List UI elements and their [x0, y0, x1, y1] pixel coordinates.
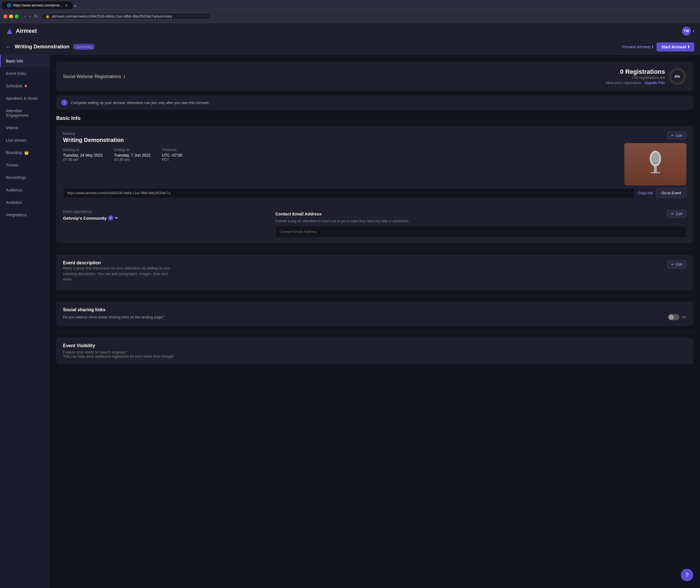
sidebar-label-schedule: Schedule: [6, 84, 22, 88]
registrations-extra-row: Allow extra registrations Upgrade Plan: [605, 81, 665, 85]
airmeet-logo-icon: [6, 27, 14, 35]
event-description-card: Event description Make a great first imp…: [56, 255, 693, 290]
back-button[interactable]: ‹: [23, 13, 27, 19]
event-visibility-question: Feature your event on search engines?: [63, 350, 686, 354]
preview-airmeet-button[interactable]: Preview Airmeet ℹ: [622, 45, 653, 49]
forward-button[interactable]: ›: [28, 13, 32, 19]
edit-contact-button[interactable]: ✏ Edit: [667, 210, 686, 218]
event-visibility-section: Event Visibility Feature your event on s…: [56, 338, 693, 364]
browser-chrome: ‹ › ↻ 🔒 airmeet.com/airmeets/c6842530-db…: [0, 10, 700, 23]
registration-progress-circle: 0%: [668, 67, 686, 85]
tab-bar: 🌐 https://www.airmeet.com/airme... ✕ +: [0, 0, 700, 10]
sidebar-item-live-stream[interactable]: Live stream: [0, 134, 49, 146]
sidebar-item-basic-info[interactable]: Basic info: [0, 55, 49, 67]
sidebar-item-schedule[interactable]: Schedule: [0, 80, 49, 92]
sidebar-label-tickets: Tickets: [6, 163, 18, 167]
starting-date-col: Starting on Tuesday, 24 May 2022 07:30 a…: [63, 148, 103, 162]
start-info-icon: ℹ: [688, 45, 689, 49]
progress-percentage: 0%: [675, 74, 680, 79]
start-airmeet-button[interactable]: Start Airmeet ℹ: [656, 42, 694, 51]
sidebar-item-tickets[interactable]: Tickets: [0, 159, 49, 171]
social-sharing-toggle[interactable]: [668, 314, 679, 320]
social-webinar-label: Social Webinar Registrations ℹ: [63, 74, 125, 79]
crown-icon: 👑: [24, 150, 29, 155]
starting-date-value: Tuesday, 24 May 2022: [63, 153, 103, 157]
sidebar-label-videos: Videos: [6, 125, 18, 130]
event-link-row: https://www.airmeet.com/e/c6842530-db6d-…: [63, 188, 686, 198]
sidebar: Basic info Event Entry Schedule Speakers…: [0, 55, 49, 588]
registrations-left-count: 100 registrations left: [605, 75, 665, 80]
reload-button[interactable]: ↻: [33, 13, 39, 19]
event-info: Meetup Writing Demonstration Starting on…: [63, 131, 619, 166]
upgrade-plan-link[interactable]: Upgrade Plan: [644, 81, 665, 85]
help-button[interactable]: ?: [681, 569, 693, 581]
event-description-subtitle: Make a great first impression for your a…: [63, 265, 176, 282]
nav-arrows: ‹ › ↻: [23, 13, 39, 19]
event-name-display: Writing Demonstration: [63, 137, 619, 143]
starting-time-value: 07:30 am: [63, 157, 103, 162]
sidebar-item-audience[interactable]: Audience: [0, 184, 49, 196]
contact-section: Contact Email Address ✏ Edit Provide a w…: [275, 210, 686, 237]
sidebar-item-analytics[interactable]: Analytics: [0, 196, 49, 209]
ending-date-col: Ending on Tuesday, 7 Jun 2022 07:30 am: [114, 148, 151, 162]
info-icon: ℹ: [652, 45, 653, 49]
microphone-icon: [645, 150, 665, 178]
tab-close-icon[interactable]: ✕: [65, 3, 68, 8]
contact-description: Provide a way for attendees to reach out…: [275, 219, 686, 223]
sidebar-item-videos[interactable]: Videos: [0, 121, 49, 134]
back-button[interactable]: ←: [6, 44, 11, 50]
info-banner-text: Complete setting up your airmeet. Attend…: [71, 101, 210, 105]
new-tab-button[interactable]: +: [74, 3, 77, 9]
sidebar-item-attendee-engagement[interactable]: Attendee Engagement: [0, 105, 49, 121]
svg-rect-13: [651, 172, 660, 173]
social-sharing-title: Social sharing links: [63, 307, 686, 313]
sidebar-item-recordings[interactable]: Recordings: [0, 171, 49, 184]
sidebar-label-attendee-engagement: Attendee Engagement: [6, 108, 44, 118]
basic-info-section-title: Basic Info: [56, 115, 693, 121]
edit-description-button[interactable]: ✏ Edit: [667, 260, 686, 268]
app-container: Airmeet TW ▾ ← Writing Demonstration Upc…: [0, 23, 700, 588]
basic-info-card: Meetup Writing Demonstration Starting on…: [56, 126, 693, 243]
tab-title: https://www.airmeet.com/airme...: [13, 3, 62, 7]
organizer-name: Getvoip's Community ✓ ✏: [63, 215, 269, 220]
organizer-section: Event organized by Getvoip's Community ✓…: [63, 210, 269, 237]
contact-email-title: Contact Email Address: [275, 211, 322, 216]
edit-basic-info-button[interactable]: ✏ Edit: [667, 131, 686, 140]
info-circle-icon: i: [61, 99, 68, 106]
desc-left: Event description Make a great first imp…: [63, 260, 176, 282]
sidebar-label-integrations: Integrations: [6, 212, 27, 217]
logo-text: Airmeet: [16, 28, 37, 34]
event-visibility-title: Event Visibility: [63, 343, 686, 348]
section-divider-3: [56, 332, 693, 332]
edit-organizer-icon[interactable]: ✏: [115, 216, 118, 220]
social-sharing-section: Social sharing links Do you want to show…: [56, 302, 693, 326]
copy-link-button[interactable]: Copy link: [638, 191, 653, 195]
ending-time-value: 07:30 am: [114, 157, 151, 162]
contact-email-input[interactable]: [275, 226, 686, 237]
user-avatar: TW: [682, 27, 691, 36]
social-sharing-toggle-row: No: [668, 314, 686, 320]
registrations-left: Social Webinar Registrations ℹ: [63, 74, 125, 79]
section-divider-1: [56, 249, 693, 249]
registrations-right: 0 Registrations 100 registrations left A…: [605, 67, 686, 85]
event-visibility-desc: This can help drive additional registran…: [63, 354, 686, 359]
window-minimize-button[interactable]: [9, 14, 13, 18]
user-avatar-container[interactable]: TW ▾: [682, 27, 694, 36]
window-maximize-button[interactable]: [15, 14, 19, 18]
sidebar-item-event-entry[interactable]: Event Entry: [0, 67, 49, 80]
registrations-info-icon[interactable]: ℹ: [123, 74, 125, 79]
pencil-icon: ✏: [671, 133, 674, 138]
sidebar-item-branding[interactable]: Branding 👑: [0, 146, 49, 159]
sidebar-item-speakers-hosts[interactable]: Speakers & Hosts: [0, 92, 49, 105]
sidebar-item-integrations[interactable]: Integrations: [0, 209, 49, 221]
event-title: Writing Demonstration: [15, 44, 69, 50]
window-close-button[interactable]: [3, 14, 7, 18]
active-tab[interactable]: 🌐 https://www.airmeet.com/airme... ✕: [2, 1, 73, 9]
address-bar[interactable]: 🔒 airmeet.com/airmeets/c6842530-db6d-11e…: [41, 13, 211, 20]
go-to-event-button[interactable]: Go to Event: [656, 188, 686, 198]
main-layout: Basic info Event Entry Schedule Speakers…: [0, 55, 700, 588]
event-image-placeholder: [624, 143, 686, 185]
sidebar-label-basic-info: Basic info: [6, 59, 23, 63]
basic-info-top: Meetup Writing Demonstration Starting on…: [63, 131, 686, 185]
dates-row: Starting on Tuesday, 24 May 2022 07:30 a…: [63, 148, 619, 162]
